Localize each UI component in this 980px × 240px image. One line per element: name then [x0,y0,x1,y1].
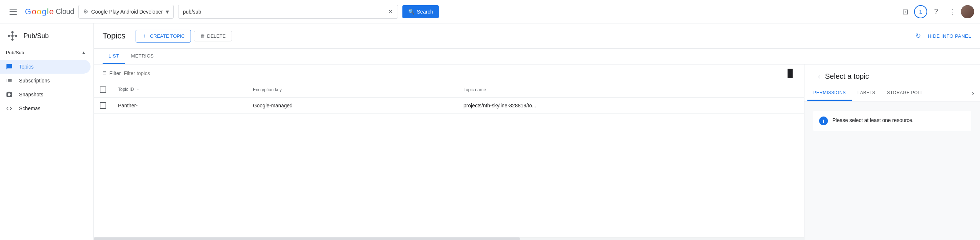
create-icon: ＋ [142,32,148,40]
nav-right: ⊡ 1 ? ⋮ [898,5,974,19]
header-actions: ＋ CREATE TOPIC 🗑 DELETE [135,30,232,43]
sidebar: Pub/Sub Pub/Sub ▲ Topics Subscriptions [0,24,94,240]
sidebar-item-schemas[interactable]: Schemas [0,102,91,115]
content-header: Topics ＋ CREATE TOPIC 🗑 DELETE ↻ HIDE IN… [94,24,980,49]
sort-icon: ↑ [137,87,139,93]
header-right: ↻ HIDE INFO PANEL [912,29,971,43]
info-message-text: Please select at least one resource. [832,116,914,124]
notifications-button[interactable]: 1 [914,5,927,18]
sidebar-item-topics[interactable]: Topics [0,60,91,74]
project-icon: ⚙ [83,8,88,15]
main-layout: Pub/Sub Pub/Sub ▲ Topics Subscriptions [0,24,980,240]
project-selector[interactable]: ⚙ Google Play Android Developer ▾ [78,5,174,19]
panel-tab-storage-policy[interactable]: STORAGE POLI [881,86,928,101]
column-toggle-button[interactable]: ▐▌ [785,69,795,77]
search-icon: 🔍 [408,9,415,15]
schemas-icon [6,105,13,112]
avatar-image [961,5,974,18]
info-panel-title: Select a topic [825,72,869,81]
svg-point-0 [11,35,14,37]
snapshots-icon [6,91,13,98]
filter-icon: ≡ [103,69,107,77]
delete-button-label: DELETE [207,33,226,39]
google-cloud-logo[interactable]: Google Cloud [25,7,74,16]
filter-label: Filter [110,70,121,76]
svg-point-1 [8,35,10,37]
hamburger-icon [10,9,17,15]
scrollbar-thumb [94,237,520,240]
encryption-key-col-header: Encryption key [247,82,458,98]
refresh-icon: ↻ [915,32,921,40]
collapse-icon: ▲ [81,50,86,55]
table-row[interactable]: Panther- Google-managed projects/nth-sky… [94,98,804,114]
horizontal-scrollbar[interactable] [94,237,804,240]
svg-point-3 [11,31,14,33]
filter-input[interactable] [124,70,782,76]
panel-tab-labels[interactable]: LABELS [852,86,881,101]
svg-point-2 [15,35,17,37]
sidebar-item-snapshots[interactable]: Snapshots [0,87,91,102]
topic-id-col-header[interactable]: Topic ID ↑ [112,82,247,98]
logo-cloud-text: Cloud [56,7,74,16]
info-panel: ‹ Select a topic PERMISSIONS LABELS STOR… [804,65,980,240]
row-checkbox-cell[interactable] [94,98,112,114]
panel-tab-next-button[interactable]: › [969,85,977,102]
collapse-section-button[interactable]: ▲ [80,48,88,57]
create-topic-button[interactable]: ＋ CREATE TOPIC [135,30,191,43]
delete-button[interactable]: 🗑 DELETE [194,31,232,41]
subscriptions-label: Subscriptions [19,78,50,84]
topics-label: Topics [19,64,34,70]
search-button-label: Search [417,9,433,15]
topics-table: Topic ID ↑ Encryption key Topic name [94,82,804,114]
more-options-button[interactable]: ⋮ [945,5,959,19]
cloud-shell-button[interactable]: ⊡ [898,5,913,19]
chevron-down-icon: ▾ [165,8,169,16]
help-button[interactable]: ? [929,5,943,19]
info-icon: i [819,116,828,125]
topic-name-col-header: Topic name [458,82,804,98]
panel-tab-permissions[interactable]: PERMISSIONS [807,86,852,101]
snapshots-label: Snapshots [19,92,43,97]
search-input[interactable] [183,9,385,15]
clear-search-button[interactable]: ✕ [388,8,393,15]
checkbox-col-header [94,82,112,98]
topic-id-cell: Panther- [112,98,247,114]
data-table: Topic ID ↑ Encryption key Topic name [94,82,804,237]
table-header-row: Topic ID ↑ Encryption key Topic name [94,82,804,98]
sidebar-section-header: Pub/Sub ▲ [0,45,94,60]
info-message-box: i Please select at least one resource. [813,111,971,131]
content-area: Topics ＋ CREATE TOPIC 🗑 DELETE ↻ HIDE IN… [94,24,980,240]
search-bar: ✕ [178,5,398,19]
svg-point-4 [11,38,14,41]
sidebar-header: Pub/Sub [0,24,94,45]
topics-icon [6,64,13,70]
subscriptions-icon [6,77,13,84]
row-checkbox[interactable] [100,102,106,109]
schemas-label: Schemas [19,105,40,111]
panel-content: i Please select at least one resource. [805,102,980,240]
create-button-label: CREATE TOPIC [150,33,185,39]
sidebar-service-name: Pub/Sub [24,32,49,40]
avatar[interactable] [961,5,974,18]
info-panel-header: ‹ Select a topic [805,65,980,82]
select-all-checkbox[interactable] [100,86,106,93]
top-nav: Google Cloud ⚙ Google Play Android Devel… [0,0,980,24]
refresh-button[interactable]: ↻ [912,29,925,43]
tabs-bar: LIST METRICS [94,49,980,65]
page-title: Topics [103,31,125,41]
panel-tabs: PERMISSIONS LABELS STORAGE POLI › [805,85,980,102]
project-name: Google Play Android Developer [91,9,163,15]
hamburger-button[interactable] [6,5,21,19]
delete-icon: 🗑 [200,33,205,39]
tab-metrics[interactable]: METRICS [125,49,159,64]
tab-list[interactable]: LIST [103,49,125,64]
sidebar-item-subscriptions[interactable]: Subscriptions [0,74,91,87]
sidebar-section-label: Pub/Sub [6,50,24,55]
encryption-key-cell: Google-managed [247,98,458,114]
panel-prev-button[interactable]: ‹ [813,70,825,82]
filter-bar: ≡ Filter ▐▌ [94,65,804,82]
table-panel: ≡ Filter ▐▌ To [94,65,804,240]
hide-info-panel-button[interactable]: HIDE INFO PANEL [928,33,971,39]
search-button[interactable]: 🔍 Search [402,5,439,18]
topic-name-cell: projects/nth-skyline-328819/to... [458,98,804,114]
